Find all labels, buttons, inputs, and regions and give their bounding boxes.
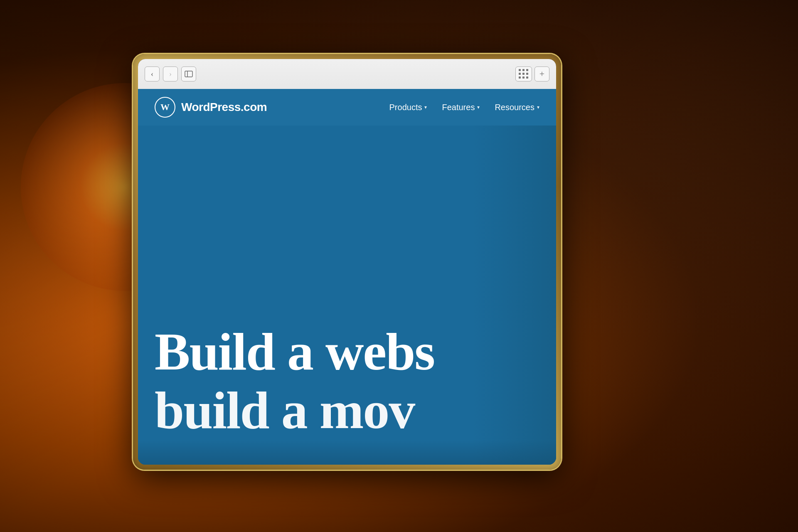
browser-right-controls: + (515, 66, 549, 81)
products-chevron-icon: ▾ (424, 104, 427, 110)
site-name: WordPress.com (181, 101, 267, 114)
nav-features[interactable]: Features ▾ (442, 103, 480, 112)
hero-section: Build a webs build a mov (138, 126, 556, 465)
nav-products-label: Products (389, 103, 422, 112)
nav-features-label: Features (442, 103, 475, 112)
new-tab-button[interactable]: + (534, 66, 549, 81)
hero-line2: build a mov (155, 381, 434, 440)
back-button[interactable]: ‹ (145, 66, 160, 81)
wordpress-logo: W (155, 97, 175, 118)
nav-resources-label: Resources (495, 103, 534, 112)
wordpress-nav: W WordPress.com Products ▾ Features ▾ (138, 89, 556, 126)
browser-chrome: ‹ › (138, 59, 556, 89)
forward-button[interactable]: › (163, 66, 178, 81)
forward-arrow-icon: › (169, 70, 172, 79)
right-edge-fade (473, 126, 556, 465)
features-chevron-icon: ▾ (477, 104, 480, 110)
sidebar-icon (185, 71, 193, 77)
device-frame: ‹ › (133, 54, 561, 470)
hero-text: Build a webs build a mov (155, 323, 434, 440)
hero-line1: Build a webs (155, 323, 434, 381)
resources-chevron-icon: ▾ (537, 104, 539, 110)
device-screen: ‹ › (138, 59, 556, 465)
website-content: W WordPress.com Products ▾ Features ▾ (138, 89, 556, 465)
plus-icon: + (539, 69, 544, 79)
back-arrow-icon: ‹ (151, 70, 153, 79)
sidebar-toggle-button[interactable] (181, 66, 196, 81)
nav-resources[interactable]: Resources ▾ (495, 103, 539, 112)
extensions-button[interactable] (515, 66, 532, 81)
grid-icon (519, 69, 529, 79)
nav-items: Products ▾ Features ▾ Resources ▾ (389, 103, 539, 112)
wordpress-logo-area[interactable]: W WordPress.com (155, 97, 267, 118)
nav-products[interactable]: Products ▾ (389, 103, 427, 112)
wp-logo-letter: W (160, 102, 170, 113)
svg-rect-0 (185, 71, 192, 77)
